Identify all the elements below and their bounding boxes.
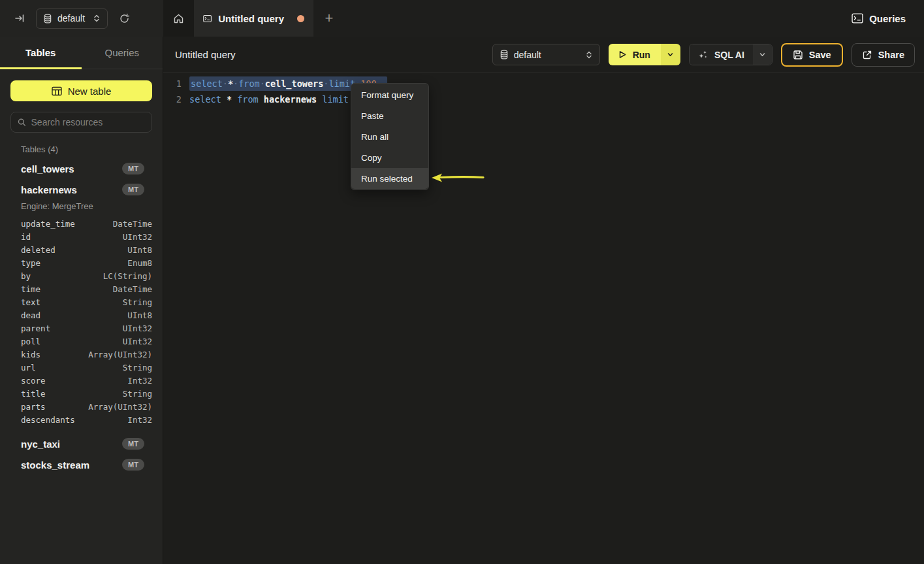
line-number: 1 [172,78,182,89]
token-kw: select [191,78,223,89]
query-database-selector[interactable]: default [492,44,600,65]
context-menu: Format queryPasteRun allCopyRun selected [351,83,429,190]
column-row: timeDateTime [10,283,152,296]
token-ws: · [223,78,228,89]
column-name: parts [21,403,46,412]
search-resources-box[interactable] [10,112,152,133]
table-row-hackernews[interactable]: hackernewsMT [10,179,152,200]
column-type: Enum8 [127,259,152,268]
run-options-caret[interactable] [661,44,680,65]
column-name: parent [21,324,50,333]
query-tab-icon [203,14,212,24]
sql-editor[interactable]: 1select·*·from·cell_towers·limit·1002sel… [163,73,924,107]
engine-badge: MT [122,438,144,450]
engine-line: Engine: MergeTree [10,200,152,216]
tables-section-label: Tables (4) [10,144,152,154]
share-label: Share [878,50,904,60]
tab-untitled-query[interactable]: Untitled query [194,0,313,37]
refresh-button[interactable] [118,12,131,25]
run-label: Run [633,50,650,60]
column-type: Array(UInt32) [88,350,152,359]
share-icon [862,50,872,60]
sidebar-tab-queries[interactable]: Queries [82,37,163,69]
tables-list: cell_towersMThackernewsMTEngine: MergeTr… [10,158,152,475]
app-root: default Untitled query + Queries [0,0,924,564]
tab-title: Untitled query [218,13,284,24]
search-resources-input[interactable] [31,117,145,127]
column-name: text [21,298,40,307]
token-ws2 [232,94,237,105]
column-row: urlString [10,361,152,374]
queries-label: Queries [869,13,906,24]
token-kw: from [238,78,260,89]
new-tab-button[interactable]: + [313,0,345,37]
column-type: UInt8 [127,311,152,320]
column-name: time [21,285,40,294]
queries-icon [852,13,863,24]
select-chevrons-icon [93,14,101,23]
home-tab[interactable] [163,0,194,37]
query-header: Untitled query default Run [163,37,924,73]
table-name: cell_towers [21,163,74,174]
table-row-nyc_taxi[interactable]: nyc_taxiMT [10,433,152,454]
column-row: kidsArray(UInt32) [10,348,152,361]
column-row: titleString [10,388,152,401]
table-row-stocks_stream[interactable]: stocks_streamMT [10,454,152,475]
token-kw: select [189,94,221,105]
column-type: UInt32 [123,337,152,346]
sql-ai-caret[interactable] [753,44,772,65]
share-button[interactable]: Share [852,43,915,67]
save-button[interactable]: Save [781,43,843,67]
main-panel: Untitled query default Run [163,37,924,564]
engine-badge: MT [122,459,144,471]
collapse-sidebar-button[interactable] [13,12,26,25]
engine-badge: MT [122,184,144,195]
new-table-label: New table [68,86,112,97]
column-row: scoreInt32 [10,374,152,388]
query-database-value: default [514,50,541,60]
queries-button[interactable]: Queries [852,13,906,24]
table-name: stocks_stream [21,459,89,471]
sidebar-tab-tables[interactable]: Tables [0,37,82,69]
play-icon [618,50,627,59]
column-name: type [21,259,40,268]
column-type: UInt8 [127,246,152,255]
select-chevrons-icon [585,50,593,59]
run-button[interactable]: Run [609,44,661,65]
code-line-1[interactable]: 1select·*·from·cell_towers·limit·100 [163,76,924,91]
menu-item-copy[interactable]: Copy [351,147,428,168]
column-type: Int32 [127,416,152,425]
top-bar-right: Queries [852,0,924,37]
topbar-database-selector[interactable]: default [36,8,108,29]
sql-ai-button[interactable]: SQL AI [690,44,753,65]
table-row-cell_towers[interactable]: cell_towersMT [10,158,152,179]
token-ws: · [260,78,265,89]
column-type: LC(String) [103,272,152,281]
token-ws2 [259,94,264,105]
column-name: id [21,233,31,242]
database-icon [500,50,509,59]
run-split-button: Run [609,44,680,65]
token-tbl: hackernews [264,94,317,105]
menu-item-paste[interactable]: Paste [351,105,428,126]
menu-item-run-selected[interactable]: Run selected [351,168,428,189]
new-table-button[interactable]: New table [10,80,152,101]
query-toolbar: default Run SQL AI [492,43,915,67]
menu-item-run-all[interactable]: Run all [351,126,428,147]
token-op: * [228,78,233,89]
save-icon [793,50,803,60]
sql-ai-label: SQL AI [714,50,744,60]
column-name: deleted [21,246,56,255]
column-name: descendants [21,416,75,425]
menu-item-format-query[interactable]: Format query [351,84,428,105]
token-op: * [227,94,232,105]
top-bar: default Untitled query + Queries [0,0,924,37]
code-line-2[interactable]: 2select * from hackernews limit [163,91,924,107]
column-type: String [123,298,152,307]
column-row: parentUInt32 [10,322,152,335]
column-row: pollUInt32 [10,335,152,348]
table-grid-icon [52,86,62,96]
column-row: update_timeDateTime [10,218,152,231]
token-kw: limit [322,94,349,105]
collapse-sidebar-icon [14,13,25,24]
